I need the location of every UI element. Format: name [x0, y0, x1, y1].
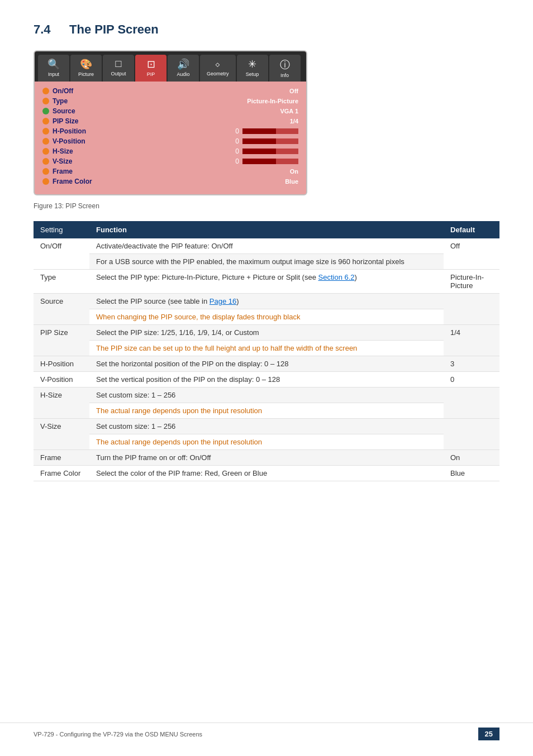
osd-slider	[242, 138, 298, 144]
cell-default: 3	[444, 356, 499, 372]
osd-row: PIP Size 1/4	[42, 116, 298, 126]
osd-tab-picture: 🎨Picture	[70, 55, 102, 82]
table-row: The actual range depends upon the input …	[34, 434, 499, 450]
settings-table: Setting Function Default On/OffActivate/…	[34, 221, 499, 481]
osd-tab-geometry: ⬦Geometry	[200, 55, 236, 82]
tab-icon: ✳	[248, 58, 256, 70]
osd-row-label: PIP Size	[53, 117, 290, 125]
osd-row-value: Off	[289, 88, 298, 94]
cell-default	[444, 419, 499, 450]
table-row: SourceSelect the PIP source (see table i…	[34, 294, 499, 309]
osd-slider	[242, 128, 298, 134]
table-row: H-SizeSet custom size: 1 – 256	[34, 387, 499, 403]
osd-row-label: V-Position	[53, 137, 228, 145]
section-number: 7.4	[34, 22, 56, 37]
cell-default: Picture-In-Picture	[444, 270, 499, 294]
table-row: Frame ColorSelect the color of the PIP f…	[34, 466, 499, 481]
osd-tab-setup: ✳Setup	[237, 55, 268, 82]
tab-icon: 🎨	[80, 58, 92, 70]
osd-row-label: Frame	[53, 168, 290, 175]
orange-text: The actual range depends upon the input …	[96, 438, 262, 446]
osd-row-label: Type	[53, 97, 247, 105]
table-row: V-PositionSet the vertical position of t…	[34, 372, 499, 387]
cell-function: For a USB source with the PIP enabled, t…	[89, 254, 444, 270]
cell-function: Select the PIP size: 1/25, 1/16, 1/9, 1/…	[89, 325, 444, 341]
osd-row-label: V-Size	[53, 157, 228, 165]
osd-row: Frame Color Blue	[42, 176, 298, 186]
osd-bullet	[42, 128, 49, 135]
cell-function: Activate/deactivate the PIP feature: On/…	[89, 238, 444, 254]
section-title: The PIP Screen	[69, 22, 159, 37]
cell-setting: Source	[34, 294, 89, 325]
table-row: PIP SizeSelect the PIP size: 1/25, 1/16,…	[34, 325, 499, 341]
osd-bullet	[42, 98, 49, 104]
orange-text: When changing the PIP source, the displa…	[96, 313, 300, 321]
tab-label: Audio	[177, 71, 189, 77]
orange-text: The PIP size can be set up to the full h…	[96, 344, 357, 352]
osd-row: V-Position 0	[42, 136, 298, 146]
osd-tab-input: 🔍Input	[38, 55, 69, 82]
osd-tab-audio: 🔊Audio	[168, 55, 199, 82]
cell-default: 1/4	[444, 325, 499, 356]
page-footer: VP-729 - Configuring the VP-729 via the …	[0, 722, 533, 745]
osd-bullet	[42, 138, 49, 145]
osd-tab-pip: ⊡PIP	[135, 55, 166, 82]
th-function: Function	[89, 221, 444, 238]
cell-function: Set custom size: 1 – 256	[89, 387, 444, 403]
cell-default: Blue	[444, 466, 499, 481]
orange-text: The actual range depends upon the input …	[96, 406, 262, 415]
table-header-row: Setting Function Default	[34, 221, 499, 238]
tab-label: Output	[111, 71, 126, 76]
osd-body: On/Off Off Type Picture-In-Picture Sourc…	[35, 82, 306, 194]
osd-bullet	[42, 148, 49, 155]
cell-setting: V-Size	[34, 419, 89, 450]
table-row: The actual range depends upon the input …	[34, 403, 499, 419]
osd-row-value: On	[290, 168, 298, 175]
cell-function: Select the color of the PIP frame: Red, …	[89, 466, 444, 481]
page-number: 25	[478, 728, 499, 740]
table-row: For a USB source with the PIP enabled, t…	[34, 254, 499, 270]
osd-row-label: H-Position	[53, 127, 228, 135]
osd-bullet	[42, 88, 49, 94]
osd-slider	[242, 159, 298, 164]
osd-row-label: On/Off	[53, 87, 289, 95]
table-row: FrameTurn the PIP frame on or off: On/Of…	[34, 450, 499, 466]
table-body: On/OffActivate/deactivate the PIP featur…	[34, 238, 499, 481]
osd-row: H-Size 0	[42, 146, 298, 156]
osd-slider	[242, 149, 298, 154]
th-default: Default	[444, 221, 499, 238]
cell-default	[444, 294, 499, 325]
tab-label: Input	[48, 71, 59, 77]
cell-default: 0	[444, 372, 499, 387]
osd-row-value: VGA 1	[280, 108, 298, 114]
osd-bullet	[42, 158, 49, 165]
osd-row-value: Picture-In-Picture	[247, 98, 298, 104]
osd-row: Type Picture-In-Picture	[42, 96, 298, 106]
table-row: V-SizeSet custom size: 1 – 256	[34, 419, 499, 434]
cell-setting: On/Off	[34, 238, 89, 270]
tab-icon: □	[116, 58, 122, 70]
osd-tab-info: ⓘInfo	[269, 55, 301, 82]
osd-row: Frame On	[42, 166, 298, 176]
cell-setting: Frame Color	[34, 466, 89, 481]
osd-row-label: Frame Color	[53, 178, 285, 185]
footer-text: VP-729 - Configuring the VP-729 via the …	[34, 731, 202, 738]
tab-label: Picture	[78, 71, 94, 77]
link[interactable]: Section 6.2	[318, 273, 355, 281]
osd-row-value: 1/4	[290, 118, 298, 125]
tab-icon: 🔊	[177, 58, 189, 70]
cell-function: The actual range depends upon the input …	[89, 403, 444, 419]
cell-setting: PIP Size	[34, 325, 89, 356]
table-row: On/OffActivate/deactivate the PIP featur…	[34, 238, 499, 254]
cell-function: Select the PIP source (see table in Page…	[89, 294, 444, 309]
cell-setting: Frame	[34, 450, 89, 466]
tab-label: Geometry	[207, 71, 229, 76]
cell-default: On	[444, 450, 499, 466]
figure-caption: Figure 13: PIP Screen	[34, 202, 499, 210]
osd-bullet	[42, 118, 49, 125]
osd-row: H-Position 0	[42, 126, 298, 136]
link[interactable]: Page 16	[210, 297, 236, 305]
osd-row: V-Size 0	[42, 156, 298, 166]
osd-row-num: 0	[228, 157, 239, 165]
tab-label: Setup	[246, 71, 259, 77]
